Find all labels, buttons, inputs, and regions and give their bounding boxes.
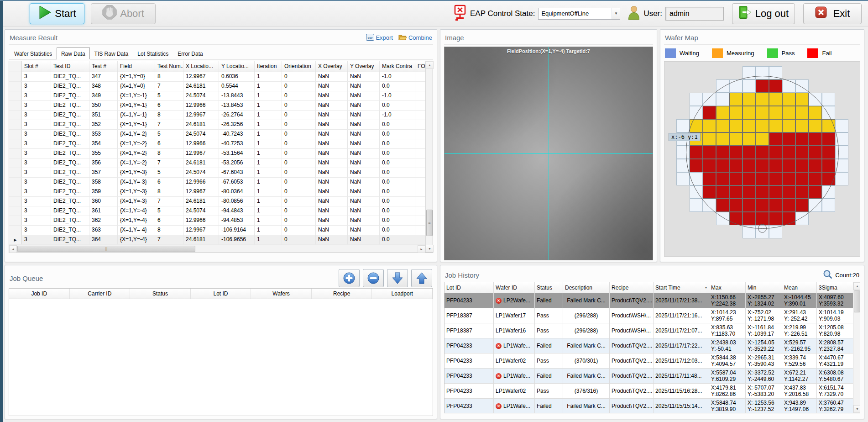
wafer-cell[interactable] <box>809 159 822 172</box>
scroll-down-icon[interactable]: ▼ <box>853 405 860 413</box>
wafer-cell[interactable] <box>769 79 782 93</box>
wafer-cell[interactable] <box>756 159 769 172</box>
column-header[interactable]: Status <box>130 289 191 299</box>
wafer-cell[interactable] <box>822 172 835 185</box>
wafer-cell[interactable] <box>716 79 729 93</box>
scroll-down-icon[interactable]: ▼ <box>426 245 434 253</box>
column-header[interactable]: Lot ID <box>444 282 494 293</box>
wafer-cell[interactable] <box>729 185 743 199</box>
wafer-cell[interactable] <box>756 146 769 159</box>
column-header[interactable]: Recipe <box>610 282 654 293</box>
wafer-cell[interactable] <box>782 93 795 106</box>
wafer-cell[interactable] <box>769 132 782 146</box>
column-header[interactable]: 3Sigma <box>817 282 853 293</box>
v-scroll-thumb[interactable] <box>854 290 860 312</box>
measure-v-scrollbar[interactable]: ▲ ≡ ▼ <box>425 61 433 253</box>
wafer-cell[interactable] <box>756 79 769 93</box>
wafer-cell[interactable] <box>716 159 729 172</box>
wafer-cell[interactable] <box>703 159 716 172</box>
wafer-cell[interactable] <box>822 146 835 159</box>
wafer-cell[interactable] <box>756 185 769 199</box>
wafer-cell[interactable] <box>795 146 809 159</box>
wafer-cell[interactable] <box>835 146 848 159</box>
wafer-cell[interactable] <box>743 106 756 119</box>
wafer-cell[interactable] <box>729 199 743 212</box>
column-header[interactable]: Lot ID <box>191 289 251 299</box>
wafer-cell[interactable] <box>729 93 743 106</box>
wafer-cell[interactable] <box>716 172 729 185</box>
wafer-cell[interactable] <box>690 185 703 199</box>
wafer-cell[interactable] <box>703 132 716 146</box>
wafer-cell[interactable] <box>782 199 795 212</box>
table-row[interactable]: PFP04233LP1Wafer02Pass(376/316)Product\T… <box>444 384 853 399</box>
table-row[interactable]: ▶3DIE2_TQ...364{X=1,Y=-4}724.6181-106.96… <box>9 235 425 245</box>
wafer-cell[interactable] <box>743 93 756 106</box>
wafer-cell[interactable] <box>729 172 743 185</box>
table-row[interactable]: 3DIE2_TQ...362{X=1,Y=-4}612.9966-94.4853… <box>9 216 425 226</box>
column-header[interactable]: Orientation <box>282 61 316 72</box>
wafer-cell[interactable] <box>756 225 769 238</box>
measure-h-scrollbar[interactable]: ◄ || ► <box>9 245 425 253</box>
add-job-button[interactable] <box>339 269 360 287</box>
scroll-right-icon[interactable]: ► <box>418 245 425 253</box>
table-row[interactable]: 3DIE2_TQ...354{X=1,Y=-2}612.9966-40.7253… <box>9 139 425 149</box>
wafer-cell[interactable] <box>782 79 795 93</box>
wafer-cell[interactable] <box>676 119 690 132</box>
wafer-cell[interactable] <box>703 93 716 106</box>
wafer-cell[interactable] <box>809 172 822 185</box>
abort-button[interactable]: Abort <box>91 3 156 24</box>
table-row[interactable]: 3DIE2_TQ...349{X=1,Y=-1}524.5074-13.8443… <box>9 91 425 101</box>
table-row[interactable]: 3DIE2_TQ...350{X=1,Y=-1}612.9966-13.8453… <box>9 101 425 111</box>
wafer-cell[interactable] <box>782 185 795 199</box>
wafer-cell[interactable] <box>835 132 848 146</box>
table-row[interactable]: PFP18387LP1Wafer17Pass(296/288)Product\W… <box>444 308 853 323</box>
wafer-cell[interactable] <box>690 93 703 106</box>
table-row[interactable]: 3DIE2_TQ...355{X=1,Y=-2}812.9967-53.1564… <box>9 149 425 158</box>
wafer-cell[interactable] <box>769 212 782 225</box>
wafer-cell[interactable] <box>756 119 769 132</box>
wafer-cell[interactable] <box>729 79 743 93</box>
wafer-cell[interactable] <box>729 212 743 225</box>
user-input[interactable]: admin <box>665 7 724 21</box>
wafer-cell[interactable] <box>729 106 743 119</box>
wafer-cell[interactable] <box>716 199 729 212</box>
wafer-cell[interactable] <box>729 119 743 132</box>
wafer-cell[interactable] <box>769 93 782 106</box>
column-header[interactable]: Job ID <box>9 289 70 299</box>
wafer-cell[interactable] <box>822 132 835 146</box>
wafer-cell[interactable] <box>703 119 716 132</box>
wafer-cell[interactable] <box>690 146 703 159</box>
move-job-down-button[interactable] <box>387 269 408 287</box>
remove-job-button[interactable] <box>363 269 384 287</box>
wafer-cell[interactable] <box>795 212 809 225</box>
tab-lot-statistics[interactable]: Lot Statistics <box>133 48 173 59</box>
column-header[interactable]: Wafers <box>251 289 312 299</box>
wafer-cell[interactable] <box>756 132 769 146</box>
exit-button[interactable]: Exit <box>803 3 862 24</box>
table-row[interactable]: PFP04233LP1Wafer02Pass(370/301)Product\T… <box>444 353 853 369</box>
wafer-cell[interactable] <box>769 146 782 159</box>
camera-image[interactable]: FieldPosition:(X=1,Y=-4) TargetId:7 <box>444 47 653 260</box>
wafer-cell[interactable] <box>809 93 822 106</box>
wafer-cell[interactable] <box>769 185 782 199</box>
wafer-cell[interactable] <box>769 199 782 212</box>
column-header[interactable]: Iteration <box>255 61 282 72</box>
wafer-cell[interactable] <box>782 106 795 119</box>
column-header[interactable]: Wafer ID <box>494 282 535 293</box>
start-button[interactable]: Start <box>30 3 84 24</box>
wafer-cell[interactable] <box>756 93 769 106</box>
wafer-cell[interactable] <box>676 146 690 159</box>
move-job-up-button[interactable] <box>411 269 432 287</box>
wafer-cell[interactable] <box>690 106 703 119</box>
v-scroll-thumb[interactable]: ≡ <box>426 210 433 236</box>
wafer-cell[interactable] <box>795 172 809 185</box>
wafer-cell[interactable] <box>716 93 729 106</box>
wafer-cell[interactable] <box>743 66 756 79</box>
column-header[interactable]: Max <box>709 282 746 293</box>
table-row[interactable]: 3DIE2_TQ...348{X=1,Y=0}724.61810.554410N… <box>9 82 425 91</box>
wafer-cell[interactable] <box>716 106 729 119</box>
wafer-cell[interactable] <box>676 172 690 185</box>
wafer-cell[interactable] <box>743 225 756 238</box>
table-row[interactable]: 3DIE2_TQ...359{X=1,Y=-3}812.9967-80.0364… <box>9 187 425 197</box>
table-row[interactable]: PFP04233✕LP1Wafe...FailedFailed Mark C..… <box>444 399 853 413</box>
